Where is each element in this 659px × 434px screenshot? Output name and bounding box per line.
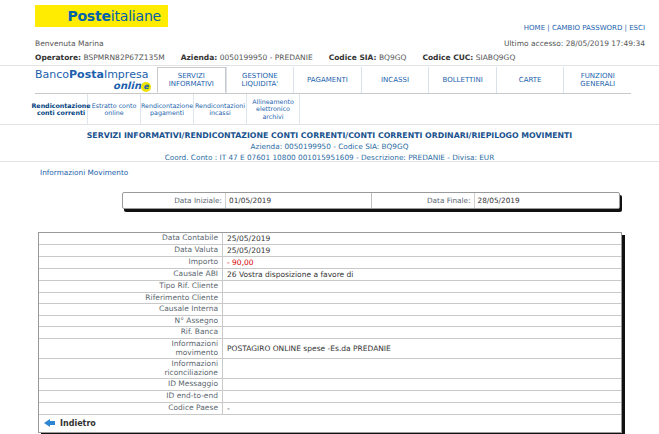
- online-e-icon: e: [141, 82, 151, 92]
- nav-tab[interactable]: INCASSI: [361, 67, 429, 93]
- breadcrumb: SERVIZI INFORMATIVI/RENDICONTAZIONE CONT…: [0, 131, 659, 140]
- end-date-label: Data Finale:: [372, 193, 474, 208]
- table-row: Informazioni riconciliazione: [39, 359, 621, 379]
- field-value: 25/05/2019: [223, 245, 621, 256]
- movement-detail-table: Data Contabile 25/05/2019 Data Valuta 25…: [38, 232, 622, 433]
- table-row: Riferimento Cliente: [39, 293, 621, 305]
- operator-pair: Codice CUC: SIABQ9GQ: [422, 53, 515, 62]
- subnav-item[interactable]: Estratto conto online: [88, 94, 141, 124]
- subnav-item[interactable]: Rendicontazione pagamenti: [141, 94, 194, 124]
- poste-italiane-logo: Posteitaliane: [35, 5, 168, 27]
- back-arrow-icon: [44, 419, 55, 427]
- subnav-item[interactable]: Rendicontazioni incassi: [194, 94, 247, 124]
- field-label: ID Messaggio: [39, 379, 223, 390]
- table-row: Informazioni movimento POSTAGIRO ONLINE …: [39, 339, 621, 359]
- nav-top-row: BancoPostaImpresa online SERVIZI INFORMA…: [35, 67, 631, 94]
- date-range-table: Data Iniziale: 01/05/2019 Data Finale: 2…: [122, 192, 620, 209]
- operator-pair-label: Codice SIA:: [329, 53, 377, 62]
- operator-pair-value: SIABQ9GQ: [476, 53, 516, 62]
- main-navigation: BancoPostaImpresa online SERVIZI INFORMA…: [35, 67, 631, 124]
- field-value: [223, 316, 621, 327]
- field-label: N° Assegno: [39, 316, 223, 327]
- header-link[interactable]: HOME: [524, 24, 552, 32]
- field-value: [223, 327, 621, 338]
- field-value: -: [223, 403, 621, 414]
- field-label: Rif. Banca: [39, 327, 223, 338]
- logo-text-bold: Poste: [67, 8, 110, 24]
- logo-text-light: italiane: [111, 8, 161, 24]
- back-button-label: Indietro: [60, 419, 96, 428]
- nav-tab[interactable]: CARTE: [496, 67, 564, 93]
- table-row: Causale Interna: [39, 304, 621, 316]
- nav-tab[interactable]: FUNZIONI GENERALI: [563, 67, 631, 93]
- session-links: HOMECAMBIO PASSWORDESCI: [524, 24, 645, 32]
- field-value: [223, 293, 621, 304]
- operator-pair: Azienda: 0050199950 - PREDANIE: [181, 53, 313, 62]
- start-date-cell: Data Iniziale: 01/05/2019: [123, 193, 371, 208]
- table-row: Importo - 90,00: [39, 257, 621, 269]
- operator-pair-label: Codice CUC:: [422, 53, 473, 62]
- title-block: SERVIZI INFORMATIVI/RENDICONTAZIONE CONT…: [0, 131, 659, 162]
- title-divider: [0, 161, 659, 162]
- field-value: [223, 379, 621, 390]
- page: Posteitaliane HOMECAMBIO PASSWORDESCI Be…: [0, 0, 659, 434]
- nav-tab[interactable]: PAGAMENTI: [293, 67, 361, 93]
- field-value: 25/05/2019: [223, 233, 621, 244]
- end-date-value: 28/05/2019: [474, 193, 620, 208]
- operator-pair: Operatore: BSPMRN82P67Z135M: [35, 53, 165, 62]
- field-value: [223, 359, 621, 378]
- field-label: Informazioni riconciliazione: [39, 359, 223, 378]
- nav-divider: [0, 124, 659, 125]
- operator-pair: Codice SIA: BQ9GQ: [329, 53, 407, 62]
- nav-tab[interactable]: BOLLETTINI: [428, 67, 496, 93]
- operator-pair-label: Operatore:: [35, 53, 81, 62]
- title-azienda-line: Azienda: 0050199950 - Codice SIA: BQ9GQ: [0, 142, 659, 151]
- field-label: Data Contabile: [39, 233, 223, 244]
- table-row: Rif. Banca: [39, 327, 621, 339]
- nav-tab[interactable]: GESTIONE LIQUIDITA': [226, 67, 294, 93]
- header-divider: [0, 65, 659, 66]
- field-value: [223, 304, 621, 315]
- last-access-text: Ultimo accesso: 28/05/2019 17:49:34: [504, 39, 645, 48]
- nav-tabs: SERVIZI INFORMATIVIGESTIONE LIQUIDITA'PA…: [157, 67, 631, 94]
- subnav-item[interactable]: Rendicontazione conti correnti: [35, 94, 88, 124]
- table-row: ID end-to-end: [39, 391, 621, 403]
- bancoposta-logo-line2: online: [35, 80, 151, 92]
- bancoposta-logo: BancoPostaImpresa online: [35, 67, 157, 94]
- field-value: POSTAGIRO ONLINE spese -Es.da PREDANIE: [223, 339, 621, 358]
- table-row: Data Contabile 25/05/2019: [39, 233, 621, 245]
- back-button[interactable]: Indietro: [39, 415, 621, 432]
- nav-tab[interactable]: SERVIZI INFORMATIVI: [157, 67, 226, 93]
- subnav-item[interactable]: Allineamento elettronico archivi: [247, 94, 300, 124]
- field-value: - 90,00: [223, 257, 621, 268]
- start-date-value: 01/05/2019: [225, 193, 371, 208]
- table-row: Codice Paese -: [39, 403, 621, 415]
- start-date-label: Data Iniziale:: [123, 193, 225, 208]
- table-row: N° Assegno: [39, 316, 621, 328]
- header-link[interactable]: CAMBIO PASSWORD: [552, 24, 629, 32]
- operator-info: Operatore: BSPMRN82P67Z135MAzienda: 0050…: [35, 53, 645, 62]
- bancoposta-logo-line1: BancoPostaImpresa: [35, 69, 151, 80]
- operator-pair-value: BSPMRN82P67Z135M: [84, 53, 165, 62]
- field-label: Codice Paese: [39, 403, 223, 414]
- field-label: Tipo Rif. Cliente: [39, 281, 223, 292]
- table-row: ID Messaggio: [39, 379, 621, 391]
- operator-pair-value: BQ9GQ: [379, 53, 407, 62]
- nav-sub-row: Rendicontazione conti correntiEstratto c…: [35, 94, 631, 124]
- field-label: ID end-to-end: [39, 391, 223, 402]
- table-row: Data Valuta 25/05/2019: [39, 245, 621, 257]
- table-row: Tipo Rif. Cliente: [39, 281, 621, 293]
- operator-pair-label: Azienda:: [181, 53, 218, 62]
- field-label: Causale ABI: [39, 269, 223, 280]
- end-date-cell: Data Finale: 28/05/2019: [371, 193, 620, 208]
- header-link[interactable]: ESCI: [629, 24, 645, 32]
- welcome-text: Benvenuta Marina: [35, 39, 104, 48]
- detail-rows: Data Contabile 25/05/2019 Data Valuta 25…: [39, 233, 621, 415]
- field-value: 26 Vostra disposizione a favore di: [223, 269, 621, 280]
- field-label: Data Valuta: [39, 245, 223, 256]
- field-value: [223, 281, 621, 292]
- table-row: Causale ABI 26 Vostra disposizione a fav…: [39, 269, 621, 281]
- field-label: Informazioni movimento: [39, 339, 223, 358]
- field-label: Importo: [39, 257, 223, 268]
- field-value: [223, 391, 621, 402]
